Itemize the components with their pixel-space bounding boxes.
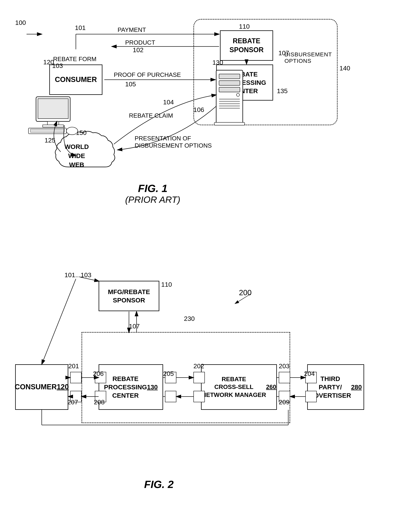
- svg-rect-8: [219, 74, 240, 79]
- ref-101-103: 101...103: [64, 271, 91, 279]
- ref-230: 230: [184, 315, 195, 322]
- connector-208c: [193, 391, 205, 402]
- ref-203: 203: [279, 362, 290, 370]
- fig2-title: FIG. 2: [144, 478, 174, 490]
- ref-140: 140: [339, 64, 350, 72]
- svg-rect-14: [219, 103, 240, 104]
- svg-text:PRESENTATION OF: PRESENTATION OF: [135, 135, 191, 142]
- ref-207: 207: [67, 399, 78, 406]
- svg-rect-15: [219, 106, 240, 107]
- consumer-box-fig2: CONSUMER120: [15, 364, 68, 410]
- fig1-title: FIG. 1 (PRIOR ART): [125, 182, 180, 205]
- svg-text:DISBURSEMENT OPTIONS: DISBURSEMENT OPTIONS: [135, 142, 212, 149]
- svg-text:PAYMENT: PAYMENT: [118, 26, 146, 33]
- svg-text:PROOF OF PURCHASE: PROOF OF PURCHASE: [114, 71, 181, 78]
- third-party-box: THIRDPARTY/ADVERTISER280: [307, 364, 364, 410]
- ref-135: 135: [277, 87, 288, 95]
- svg-text:REBATE FORM: REBATE FORM: [53, 56, 97, 63]
- ref-202: 202: [193, 362, 204, 370]
- ref-206: 206: [93, 370, 104, 377]
- ref-204: 204: [304, 370, 315, 377]
- ref-201: 201: [68, 362, 79, 370]
- svg-point-6: [66, 127, 78, 135]
- svg-rect-17: [214, 122, 245, 125]
- connector-202: [193, 372, 205, 383]
- svg-rect-3: [43, 125, 63, 127]
- ref-200: 200: [239, 288, 252, 297]
- server-icon: [212, 68, 250, 130]
- mfg-rebate-sponsor-box: MFG/REBATESPONSOR: [99, 281, 159, 311]
- svg-rect-13: [219, 101, 240, 102]
- svg-text:104: 104: [163, 98, 174, 106]
- svg-text:101: 101: [75, 24, 86, 31]
- svg-rect-5: [30, 129, 64, 133]
- ref-209: 209: [279, 399, 290, 406]
- svg-rect-16: [219, 108, 240, 109]
- disbursement-options-label: DISBURSEMENTOPTIONS: [284, 51, 332, 64]
- svg-text:PRODUCT: PRODUCT: [125, 39, 155, 46]
- connector-201: [70, 372, 81, 383]
- svg-point-11: [237, 93, 239, 96]
- ref-100: 100: [15, 19, 26, 26]
- svg-text:REBATE CLAIM: REBATE CLAIM: [129, 112, 173, 119]
- fig1-diagram: 100 REBATESPONSOR 110 CONSUMER 120 REBAT…: [11, 11, 387, 254]
- ref-208: 208: [94, 399, 105, 406]
- svg-rect-10: [219, 87, 240, 92]
- dashed-box-230: [81, 332, 290, 423]
- svg-text:102: 102: [133, 46, 143, 53]
- svg-rect-1: [38, 99, 68, 119]
- svg-rect-12: [219, 99, 240, 100]
- connector-203: [279, 372, 290, 383]
- computer-icon: [26, 95, 80, 137]
- ref-107-fig2: 107: [129, 323, 140, 330]
- connector-209b: [305, 391, 317, 402]
- ref-125: 125: [44, 137, 55, 144]
- svg-text:105: 105: [125, 80, 136, 88]
- svg-line-43: [42, 279, 76, 364]
- ref-110-fig2: 110: [161, 281, 172, 288]
- connector-208b: [165, 391, 176, 402]
- ref-205: 205: [163, 370, 174, 377]
- fig2-diagram: 200 101...103 MFG/REBATESPONSOR 110 107 …: [11, 269, 387, 520]
- consumer-box: CONSUMER: [49, 64, 102, 95]
- page-container: 100 REBATESPONSOR 110 CONSUMER 120 REBAT…: [0, 0, 399, 532]
- ref-120: 120: [43, 58, 54, 66]
- svg-rect-9: [219, 81, 240, 85]
